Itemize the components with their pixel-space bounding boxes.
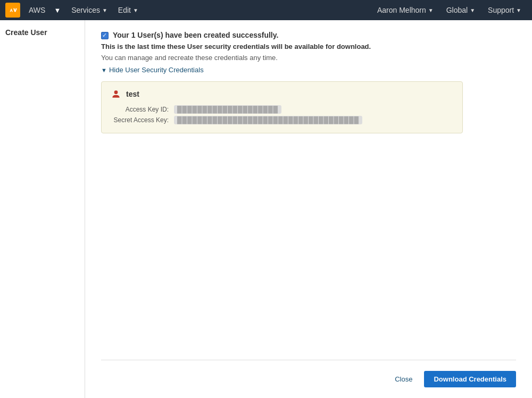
aws-label[interactable]: AWS [23,0,51,20]
aws-dropdown-icon: ▼ [54,6,61,14]
support-dropdown-icon: ▼ [516,7,521,13]
aws-brand[interactable]: AWS ▼ [5,0,61,20]
edit-menu[interactable]: Edit ▼ [113,0,144,20]
secret-key-row: Secret Access Key: █████████████████████… [110,116,454,124]
user-menu[interactable]: Aaron Melhorn ▼ [372,0,439,20]
close-button[interactable]: Close [389,372,418,386]
toggle-arrow-icon: ▼ [101,67,107,73]
aws-logo-icon [5,3,20,18]
services-dropdown-icon: ▼ [102,7,107,13]
credential-user-row: test [110,88,454,100]
access-key-row: Access Key ID: ████████████████████ [110,105,454,114]
success-checkbox-icon [101,32,109,39]
main-layout: Create User Your 1 User(s) have been cre… [0,20,532,398]
toggle-credentials-label: Hide User Security Credentials [109,66,204,74]
svg-point-1 [114,91,118,95]
access-key-value: ████████████████████ [174,105,281,114]
success-message: Your 1 User(s) have been created success… [101,31,516,39]
main-content: Your 1 User(s) have been created success… [85,20,532,398]
toggle-credentials-button[interactable]: ▼ Hide User Security Credentials [101,66,516,74]
sidebar: Create User [0,20,85,398]
region-menu[interactable]: Global ▼ [441,0,480,20]
svg-rect-0 [7,4,19,16]
user-icon [110,88,122,100]
user-dropdown-icon: ▼ [428,7,434,13]
content-footer: Close Download Credentials [101,360,516,387]
success-text: Your 1 User(s) have been created success… [113,31,279,39]
access-key-label: Access Key ID: [110,106,174,113]
secret-key-value: ████████████████████████████████████ [174,116,362,124]
edit-dropdown-icon: ▼ [133,7,138,13]
credential-username: test [126,90,139,98]
top-navigation: AWS ▼ Services ▼ Edit ▼ Aaron Melhorn ▼ … [0,0,532,20]
nav-right: Aaron Melhorn ▼ Global ▼ Support ▼ [372,0,527,20]
support-menu[interactable]: Support ▼ [483,0,527,20]
region-dropdown-icon: ▼ [470,7,475,13]
warning-text: This is the last time these User securit… [101,43,516,50]
download-credentials-button[interactable]: Download Credentials [424,371,516,387]
page-title: Create User [5,28,79,37]
services-menu[interactable]: Services ▼ [66,0,113,20]
credentials-card: test Access Key ID: ████████████████████… [101,81,463,133]
secret-key-label: Secret Access Key: [110,116,174,124]
manage-text: You can manage and recreate these creden… [101,54,516,62]
